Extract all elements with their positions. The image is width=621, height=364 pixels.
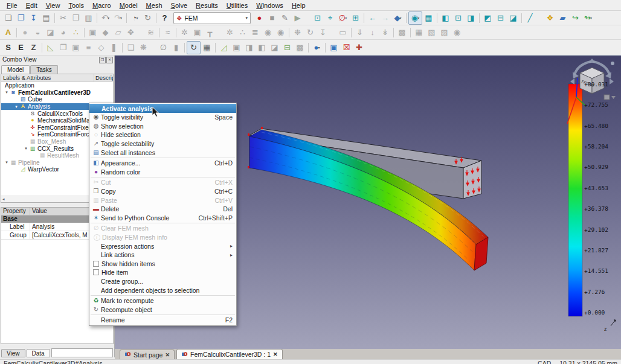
equation-heat-button[interactable]: ◇: [95, 42, 108, 54]
macro-play-button[interactable]: ▶: [291, 12, 304, 24]
clipping-plane-button[interactable]: ∅▾: [336, 12, 349, 24]
post-contours-filter-button[interactable]: ◪: [268, 42, 281, 54]
menu-item-hide-item[interactable]: Hide item: [89, 268, 236, 277]
view-bottom-button[interactable]: ⊟: [494, 12, 507, 24]
equation-flux-button[interactable]: ❐: [57, 42, 69, 54]
undo-button[interactable]: ↶▾: [99, 12, 112, 24]
material-fluid-button[interactable]: ◒: [31, 27, 44, 39]
menu-file[interactable]: File: [2, 1, 22, 10]
axonometric-view-button[interactable]: ◆▾: [391, 12, 404, 24]
part-box-button[interactable]: ❖: [544, 12, 556, 24]
document-tab-start-page[interactable]: Start page✕: [120, 350, 175, 359]
view-front-button[interactable]: ◧: [439, 12, 452, 24]
menu-item-create-group[interactable]: Create group...: [89, 277, 236, 286]
constraint-displacement-button[interactable]: ▣: [191, 27, 204, 39]
nav-style-indicator[interactable]: CAD: [538, 360, 551, 364]
new-file-button[interactable]: ❏: [2, 12, 14, 24]
expander-icon[interactable]: ▾: [4, 90, 10, 95]
whats-this-button[interactable]: ?: [158, 12, 171, 24]
view-rear-button[interactable]: ◩: [481, 12, 494, 24]
element-fluid-button[interactable]: ◆: [99, 27, 112, 39]
solver-run-button[interactable]: ❋: [137, 42, 150, 54]
fit-all-button[interactable]: ⊡: [311, 12, 324, 24]
menu-windows[interactable]: Windows: [252, 1, 288, 10]
menu-solve[interactable]: Solve: [167, 1, 192, 10]
tree-item-femcalculixcantilever3d[interactable]: ▾◙FemCalculixCantilever3D: [1, 89, 113, 97]
recompute-active-button[interactable]: ↻: [187, 41, 201, 54]
menu-item-select-all-instances[interactable]: ▤Select all instances: [89, 148, 236, 157]
constraint-gear-button[interactable]: ◉: [274, 27, 287, 39]
constraint-fixed-button[interactable]: ✲: [178, 27, 191, 39]
refresh-button[interactable]: ↻: [141, 12, 154, 24]
macro-stop-button[interactable]: ■: [266, 12, 278, 24]
menu-item-toggle-selectability[interactable]: ↗Toggle selectability: [89, 139, 236, 148]
menu-item-copy[interactable]: ❒CopyCtrl+C: [89, 187, 236, 196]
menu-item-delete[interactable]: ▬DeleteDel: [89, 205, 236, 214]
post-scalar-clip-filter-button[interactable]: ◧: [256, 42, 268, 54]
mini-cube-icon[interactable]: [604, 95, 610, 100]
workbench-selector[interactable]: ❖FEM▾: [173, 12, 251, 24]
view-left-button[interactable]: ◪: [507, 12, 520, 24]
results-purge-button[interactable]: ∅: [157, 42, 170, 54]
menu-item-appearance[interactable]: ◧Appearance...Ctrl+D: [89, 159, 236, 168]
material-solid-button[interactable]: ●: [19, 27, 31, 39]
equation-flow-button[interactable]: ≡: [82, 42, 95, 54]
document-tab-femcalculixcantilever3d-1[interactable]: FemCalculixCantilever3D : 1✕: [176, 349, 283, 359]
clear-mesh-result-button[interactable]: ☒: [340, 42, 353, 54]
solver-control-button[interactable]: ❑: [124, 42, 137, 54]
refresh-options-button[interactable]: ◔▾: [129, 12, 141, 24]
tab-data[interactable]: Data: [27, 349, 50, 357]
element-rotation-button[interactable]: ▣: [86, 27, 99, 39]
nav-forward-button[interactable]: →: [379, 12, 391, 24]
menu-results[interactable]: Results: [191, 1, 222, 10]
selection-view-button[interactable]: ▦: [422, 12, 435, 24]
material-reinforced-button[interactable]: ◕: [57, 27, 69, 39]
scroll-left-icon[interactable]: ◂: [1, 197, 5, 202]
mesh-region-button[interactable]: ▧: [425, 27, 438, 39]
constraint-section-print-button[interactable]: ▭: [336, 27, 349, 39]
constraint-spring-button[interactable]: ≣: [249, 27, 262, 39]
fit-selection-button[interactable]: ⌖: [324, 12, 336, 24]
close-tab-icon[interactable]: ✕: [165, 352, 170, 358]
constraint-shear-button[interactable]: ↓: [366, 27, 379, 39]
save-button[interactable]: ↧: [27, 12, 40, 24]
close-panel-button[interactable]: ✕: [106, 57, 113, 63]
constraint-force-button[interactable]: ↧: [317, 27, 329, 39]
constraint-flow-velocity-button[interactable]: ≈: [161, 27, 174, 39]
mesh-gmsh-button[interactable]: ▦: [413, 27, 425, 39]
expander-icon[interactable]: ▾: [13, 104, 19, 109]
measure-button[interactable]: ╱: [524, 12, 536, 24]
menu-item-show-hidden-items[interactable]: Show hidden items: [89, 260, 236, 269]
constraint-contact-button[interactable]: ✲: [224, 27, 236, 39]
menu-tools[interactable]: Tools: [64, 1, 88, 10]
macro-edit-button[interactable]: ✎: [278, 12, 291, 24]
solver-z88-button[interactable]: Z: [27, 42, 40, 54]
menu-item-activate-analysis[interactable]: Activate analysis: [89, 104, 236, 113]
constraint-tie-button[interactable]: ∴: [236, 27, 249, 39]
fluid-boundary-button[interactable]: ≋: [144, 27, 157, 39]
menu-item-rename[interactable]: RenameF2: [89, 316, 236, 325]
view-right-button[interactable]: ◨: [465, 12, 477, 24]
menu-item-send-to-python-console[interactable]: ✶Send to Python ConsoleCtrl+Shift+P: [89, 214, 236, 223]
draw-style-button[interactable]: ◉▾: [408, 11, 422, 25]
float-panel-button[interactable]: ❐: [99, 57, 106, 63]
post-create-function-button[interactable]: ●▾: [310, 42, 323, 54]
checkbox[interactable]: [93, 269, 99, 275]
tab-view[interactable]: View: [1, 349, 25, 357]
solver-calculix-button[interactable]: S: [2, 42, 14, 54]
constraint-torque-button[interactable]: ↡: [379, 27, 391, 39]
mesh-to-mesh-button[interactable]: ◉: [451, 27, 463, 39]
constraint-plane-rotation-button[interactable]: ┳: [204, 27, 216, 39]
menu-item-recompute-object[interactable]: ↻Recompute object: [89, 305, 236, 314]
post-data-at-point-button[interactable]: ▩: [294, 42, 306, 54]
constraint-pressure-button[interactable]: ⇓: [353, 27, 366, 39]
close-tab-icon[interactable]: ✕: [273, 351, 278, 357]
mesh-from-shape-netgen-button[interactable]: ▩: [396, 27, 408, 39]
menu-help[interactable]: Help: [288, 1, 310, 10]
menu-mesh[interactable]: Mesh: [142, 1, 167, 10]
menu-item-random-color[interactable]: ●Random color: [89, 168, 236, 177]
menu-item-clear-fem-mesh[interactable]: ∅Clear FEM mesh: [89, 224, 236, 233]
beam-cross-section-button[interactable]: ∴: [69, 27, 82, 39]
constraint-initial-flow-button[interactable]: ✥: [124, 27, 137, 39]
menu-item-paste[interactable]: ▥PasteCtrl+V: [89, 196, 236, 205]
